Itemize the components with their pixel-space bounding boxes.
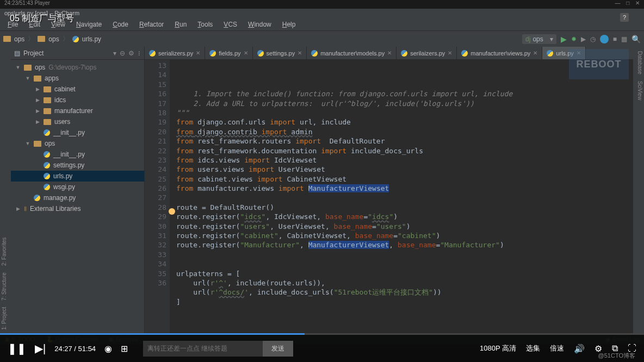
menu-window[interactable]: Window bbox=[244, 20, 276, 29]
code-line[interactable]: url(r'^', include(route.urls)), bbox=[176, 278, 633, 288]
close-icon[interactable]: ✕ bbox=[387, 50, 392, 56]
menu-tools[interactable]: Tools bbox=[193, 20, 217, 29]
tree-item-apps[interactable]: apps bbox=[11, 73, 144, 84]
intention-bulb-icon[interactable] bbox=[169, 208, 175, 215]
close-icon[interactable]: ✕ bbox=[448, 50, 452, 56]
code-line[interactable]: 1. Import the include() function: from d… bbox=[176, 89, 633, 98]
tree-item-settings-py[interactable]: settings.py bbox=[11, 160, 144, 171]
danmu-input[interactable] bbox=[143, 341, 263, 357]
code-line[interactable]: from django.conf.urls import url, includ… bbox=[176, 117, 633, 127]
python-icon bbox=[209, 50, 216, 57]
tree-item-external-libraries[interactable]: External Libraries bbox=[11, 203, 144, 214]
danmu-settings-icon[interactable]: ⊞ bbox=[121, 344, 128, 354]
tab-manufacturer-views-py[interactable]: manufacturer\views.py✕ bbox=[457, 47, 542, 59]
close-icon[interactable]: ✕ bbox=[533, 50, 537, 56]
tree-item-users[interactable]: users bbox=[11, 116, 144, 127]
code-line[interactable]: urlpatterns = [ bbox=[176, 269, 633, 278]
tree-item-urls-py[interactable]: urls.py bbox=[11, 171, 144, 182]
code-line[interactable]: """ bbox=[176, 108, 633, 117]
close-icon[interactable]: ✕ bbox=[635, 0, 640, 6]
run-icon[interactable]: ▶ bbox=[561, 35, 567, 43]
code-line[interactable]: from django.contrib import admin bbox=[176, 127, 633, 136]
tree-item-ops[interactable]: ops bbox=[11, 138, 144, 149]
stop-icon[interactable]: ■ bbox=[613, 35, 617, 43]
code-line[interactable] bbox=[176, 250, 633, 259]
menu-vcs[interactable]: VCS bbox=[219, 20, 242, 29]
tree-item-manage-py[interactable]: manage.py bbox=[11, 192, 144, 203]
run-config-select[interactable]: djops bbox=[522, 34, 556, 44]
project-tree: ops G:\devops-7\opsappscabinetidcsmanufa… bbox=[11, 60, 144, 334]
code-line[interactable]: from users.views import UserViewset bbox=[176, 165, 633, 174]
help-icon[interactable]: ? bbox=[620, 13, 629, 22]
layout-icon[interactable]: ▦ bbox=[621, 35, 627, 43]
breadcrumb-item[interactable]: urls.py bbox=[82, 35, 101, 43]
breadcrumb-item[interactable]: ops bbox=[48, 35, 59, 43]
code-line[interactable]: from cabinet.views import CabinetViewset bbox=[176, 174, 633, 184]
code-line[interactable]: route.register("Manufacturer", Manufactu… bbox=[176, 240, 633, 249]
tree-item-manufacturer[interactable]: manufacturer bbox=[11, 105, 144, 116]
pause-button[interactable]: ❚❚ bbox=[8, 342, 26, 355]
close-icon[interactable]: ✕ bbox=[196, 50, 200, 56]
tab-manufacturer-models-py[interactable]: manufacturer\models.py✕ bbox=[307, 47, 397, 59]
collapse-icon[interactable]: ⊖ bbox=[120, 49, 125, 57]
speed-button[interactable]: 倍速 bbox=[550, 344, 564, 353]
close-icon[interactable]: ✕ bbox=[244, 50, 248, 56]
tool-sciview[interactable]: SciView bbox=[634, 81, 643, 100]
danmu-toggle[interactable]: ◉ bbox=[104, 344, 112, 354]
quality-button[interactable]: 1080P 高清 bbox=[480, 344, 516, 353]
tree-item-wsgi-py[interactable]: wsgi.py bbox=[11, 182, 144, 192]
hide-icon[interactable]: ⫶ bbox=[138, 49, 141, 57]
code-line[interactable]: from rest_framework.routers import Defau… bbox=[176, 136, 633, 146]
code-line[interactable]: route.register("cabinet", CabinetViewset… bbox=[176, 231, 633, 240]
episodes-button[interactable]: 选集 bbox=[526, 344, 540, 353]
tab-serilaizers-py[interactable]: serilaizers.py✕ bbox=[397, 47, 457, 59]
menu-refactor[interactable]: Refactor bbox=[135, 20, 168, 29]
code-line[interactable]: from idcs.views import IdcViewset bbox=[176, 155, 633, 165]
project-panel-title[interactable]: Project bbox=[23, 49, 110, 57]
tool-project[interactable]: 1: Project bbox=[1, 307, 10, 330]
volume-icon[interactable]: 🔊 bbox=[574, 344, 585, 354]
tool-structure[interactable]: 7: Structure bbox=[1, 272, 10, 301]
tool-database[interactable]: Database bbox=[634, 51, 643, 74]
minimize-icon[interactable]: — bbox=[615, 0, 620, 6]
menu-run[interactable]: Run bbox=[170, 20, 191, 29]
progress-bar[interactable] bbox=[0, 333, 644, 335]
next-button[interactable]: ▶| bbox=[35, 342, 46, 355]
profile-icon[interactable]: ◷ bbox=[590, 35, 596, 43]
code-line[interactable]: route.register("users", UserViewset, bas… bbox=[176, 222, 633, 231]
tab-serializers-py[interactable]: serializers.py✕ bbox=[145, 47, 205, 59]
code-line[interactable] bbox=[176, 259, 633, 269]
code-line[interactable]: from rest_framework.documentation import… bbox=[176, 146, 633, 155]
chevron-down-icon[interactable]: ▾ bbox=[113, 49, 116, 57]
code-line[interactable]: route.register("idcs", IdcViewset, base_… bbox=[176, 212, 633, 221]
tab-settings-py[interactable]: settings.py✕ bbox=[253, 47, 307, 59]
coverage-icon[interactable]: ▶ bbox=[581, 35, 586, 43]
code-line[interactable]: url(r'^docs/', include_docs_urls("51rebo… bbox=[176, 288, 633, 297]
breadcrumb-item[interactable]: ops bbox=[14, 35, 24, 43]
tree-item---init---py[interactable]: __init__.py bbox=[11, 149, 144, 160]
menu-navigate[interactable]: Navigate bbox=[72, 20, 106, 29]
code-line[interactable]: from manufacturer.views import Manufactu… bbox=[176, 184, 633, 193]
tree-item-ops[interactable]: ops G:\devops-7\ops bbox=[11, 62, 144, 73]
debug-icon[interactable]: ✸ bbox=[571, 35, 577, 43]
tree-item-cabinet[interactable]: cabinet bbox=[11, 84, 144, 95]
code-line[interactable] bbox=[176, 307, 633, 316]
menu-help[interactable]: Help bbox=[278, 20, 300, 29]
menu-code[interactable]: Code bbox=[108, 20, 133, 29]
code-editor[interactable]: 1. Import the include() function: from d… bbox=[170, 60, 633, 334]
send-button[interactable]: 发送 bbox=[263, 341, 293, 357]
tool-favorites[interactable]: 2: Favorites bbox=[1, 238, 10, 266]
close-icon[interactable]: ✕ bbox=[298, 50, 302, 56]
browser-icon[interactable] bbox=[600, 35, 609, 43]
code-line[interactable]: 2. Add a URL to urlpatterns: url(r'^blog… bbox=[176, 99, 633, 108]
code-line[interactable] bbox=[176, 194, 633, 203]
code-line[interactable]: ] bbox=[176, 297, 633, 307]
tab-fields-py[interactable]: fields.py✕ bbox=[205, 47, 252, 59]
code-line[interactable]: route = DefaultRouter() bbox=[176, 203, 633, 212]
tree-item-idcs[interactable]: idcs bbox=[11, 95, 144, 105]
search-icon[interactable]: 🔍 bbox=[631, 35, 641, 43]
tree-item---init---py[interactable]: __init__.py bbox=[11, 127, 144, 138]
maximize-icon[interactable]: □ bbox=[626, 0, 629, 6]
python-icon bbox=[149, 50, 156, 57]
gear-icon[interactable]: ⚙ bbox=[128, 49, 134, 57]
